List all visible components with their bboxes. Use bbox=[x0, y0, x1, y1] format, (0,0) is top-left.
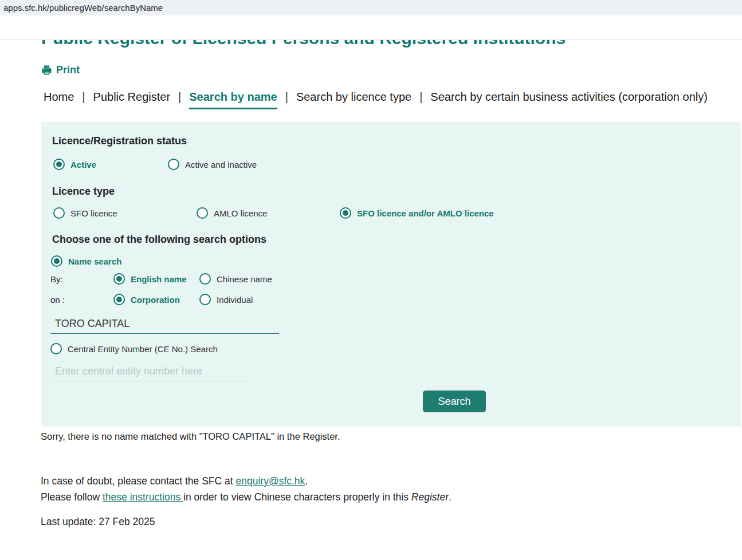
radio-circle-icon bbox=[168, 159, 179, 170]
radio-name-search-label: Name search bbox=[68, 257, 121, 266]
radio-sfo-amlo-licence[interactable]: SFO licence and/or AMLO licence bbox=[340, 207, 494, 219]
contact-period: . bbox=[305, 475, 308, 487]
nav-item-search-by-name[interactable]: Search by name bbox=[189, 90, 277, 109]
status-radio-group: Active Active and inactive bbox=[41, 159, 741, 170]
instructions-period: . bbox=[449, 491, 452, 503]
by-label: By: bbox=[50, 274, 113, 284]
search-form-panel: Licence/Registration status Active Activ… bbox=[41, 122, 741, 427]
nav-item-home[interactable]: Home bbox=[44, 90, 74, 108]
radio-name-search[interactable]: Name search bbox=[51, 255, 121, 267]
instructions-line: Please follow these instructions in orde… bbox=[41, 490, 452, 506]
footer-contact-block: In case of doubt, please contact the SFC… bbox=[41, 474, 452, 505]
print-label: Print bbox=[56, 64, 80, 76]
nav-item-public-register[interactable]: Public Register bbox=[93, 90, 171, 108]
by-row: By: English name Chinese name bbox=[41, 273, 741, 285]
contact-text: In case of doubt, please contact the SFC… bbox=[41, 475, 235, 487]
these-instructions-link[interactable]: these instructions bbox=[103, 491, 183, 503]
nav-item-search-by-business-activities[interactable]: Search by certain business activities (c… bbox=[430, 90, 708, 108]
nav-separator: | bbox=[170, 90, 189, 104]
nav-item-search-by-licence-type[interactable]: Search by licence type bbox=[296, 90, 411, 108]
radio-sfo-amlo-licence-label: SFO licence and/or AMLO licence bbox=[357, 208, 494, 218]
radio-individual[interactable]: Individual bbox=[199, 294, 253, 305]
radio-active-label: Active bbox=[70, 160, 96, 169]
radio-chinese-name[interactable]: Chinese name bbox=[199, 273, 272, 285]
search-button[interactable]: Search bbox=[423, 391, 486, 412]
radio-circle-icon bbox=[113, 294, 125, 305]
radio-sfo-licence-label: SFO licence bbox=[70, 208, 117, 218]
ce-number-input[interactable] bbox=[50, 364, 250, 381]
enquiry-email-link[interactable]: enquiry@sfc.hk bbox=[235, 475, 305, 487]
browser-url-bar[interactable]: apps.sfc.hk/publicregWeb/searchByName bbox=[0, 0, 742, 15]
radio-corporation[interactable]: Corporation bbox=[113, 294, 199, 305]
radio-ce-number-search-label: Central Entity Number (CE No.) Search bbox=[68, 344, 218, 354]
licence-type-radio-group: SFO licence AMLO licence SFO licence and… bbox=[41, 207, 741, 219]
radio-ce-number-search[interactable]: Central Entity Number (CE No.) Search bbox=[50, 343, 218, 354]
radio-active-and-inactive[interactable]: Active and inactive bbox=[168, 159, 257, 170]
print-button[interactable]: Print bbox=[41, 64, 80, 76]
radio-corporation-label: Corporation bbox=[131, 295, 180, 305]
radio-circle-icon bbox=[113, 273, 125, 285]
on-label: on : bbox=[50, 295, 113, 305]
radio-active[interactable]: Active bbox=[53, 159, 168, 170]
on-row: on : Corporation Individual bbox=[41, 294, 741, 305]
radio-circle-icon bbox=[51, 255, 62, 267]
radio-sfo-licence[interactable]: SFO licence bbox=[53, 207, 197, 219]
contact-line: In case of doubt, please contact the SFC… bbox=[41, 474, 452, 490]
radio-english-name[interactable]: English name bbox=[113, 273, 199, 285]
no-match-message: Sorry, there is no name matched with "TO… bbox=[41, 431, 340, 442]
printer-icon bbox=[41, 65, 52, 76]
name-search-input[interactable] bbox=[50, 317, 279, 334]
radio-circle-icon bbox=[53, 207, 65, 219]
instructions-text: Please follow bbox=[41, 491, 103, 503]
radio-circle-icon bbox=[197, 207, 208, 219]
register-italic-word: Register bbox=[411, 491, 449, 503]
radio-amlo-licence[interactable]: AMLO licence bbox=[197, 207, 340, 219]
breadcrumb-nav: Home | Public Register | Search by name … bbox=[44, 90, 708, 109]
nav-separator: | bbox=[277, 90, 296, 104]
ce-search-row: Central Entity Number (CE No.) Search bbox=[41, 343, 741, 354]
radio-chinese-name-label: Chinese name bbox=[217, 274, 272, 284]
nav-separator: | bbox=[74, 90, 93, 104]
name-search-row: Name search bbox=[41, 255, 741, 267]
radio-active-and-inactive-label: Active and inactive bbox=[185, 160, 257, 169]
radio-circle-icon bbox=[340, 207, 351, 219]
radio-circle-icon bbox=[53, 159, 65, 170]
radio-circle-icon bbox=[199, 294, 211, 305]
radio-english-name-label: English name bbox=[131, 274, 187, 284]
status-heading: Licence/Registration status bbox=[41, 122, 741, 147]
radio-circle-icon bbox=[199, 273, 211, 285]
radio-individual-label: Individual bbox=[217, 295, 253, 305]
radio-circle-icon bbox=[50, 343, 62, 354]
radio-amlo-licence-label: AMLO licence bbox=[214, 208, 267, 218]
licence-type-heading: Licence type bbox=[41, 186, 741, 198]
last-update-text: Last update: 27 Feb 2025 bbox=[41, 516, 155, 528]
instructions-middle-text: in order to view Chinese characters prop… bbox=[183, 491, 411, 503]
nav-separator: | bbox=[411, 90, 430, 104]
search-options-heading: Choose one of the following search optio… bbox=[41, 234, 741, 246]
